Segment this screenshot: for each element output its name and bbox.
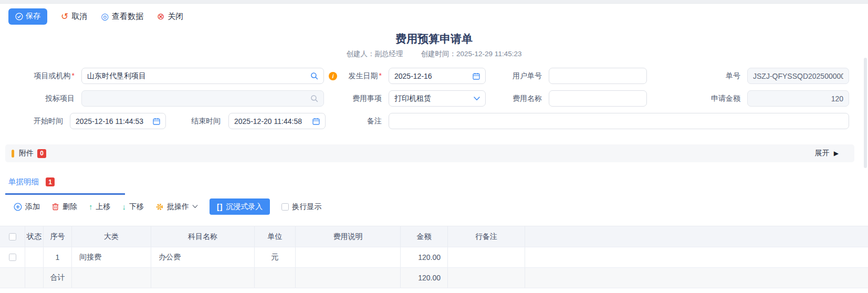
total-amount: 120.00	[401, 268, 448, 288]
remark-label: 备注	[326, 117, 386, 126]
select-all-checkbox[interactable]	[9, 233, 16, 240]
detail-table: 状态 序号 大类 科目名称 单位 费用说明 金额 行备注 1 间接费 办公费 元…	[0, 226, 868, 288]
header-note: 行备注	[448, 226, 525, 247]
cancel-button[interactable]: ↺ 取消	[61, 12, 87, 22]
total-filler	[525, 268, 868, 288]
attachment-count-badge: 0	[37, 149, 46, 158]
trash-icon	[51, 203, 59, 211]
wrap-display-toggle[interactable]: 换行显示	[281, 202, 321, 212]
wrap-display-label: 换行显示	[292, 202, 321, 212]
user-no-input[interactable]	[549, 68, 647, 84]
remark-input[interactable]	[389, 113, 849, 129]
header-filler	[525, 226, 868, 247]
tab-detail[interactable]: 单据明细 1	[8, 177, 55, 187]
start-time-input[interactable]: 2025-12-16 11:44:53	[70, 113, 166, 129]
header-unit: 单位	[255, 226, 296, 247]
occur-date-input[interactable]: 2025-12-16	[389, 68, 486, 84]
batch-ops-label: 批操作	[167, 202, 189, 212]
creator-value: 副总经理	[375, 50, 403, 58]
close-label: 关闭	[168, 12, 183, 22]
row-checkbox[interactable]	[9, 254, 16, 261]
detail-toolbar: 添加 删除 ↑ 上移 ↓ 下移 批操作 [] 沉浸式录入	[14, 198, 868, 215]
attachment-accent-bar	[12, 150, 14, 158]
save-label: 保存	[26, 12, 40, 21]
gear-icon	[155, 203, 164, 211]
tab-detail-badge: 1	[46, 177, 55, 186]
expand-button[interactable]: 展开 ▶	[815, 149, 839, 158]
cell-subject[interactable]: 办公费	[151, 247, 255, 267]
total-category	[72, 268, 151, 288]
delete-label: 删除	[62, 202, 77, 212]
cell-amount[interactable]: 120.00	[401, 247, 448, 267]
save-check-icon	[15, 13, 23, 20]
table-row[interactable]: 1 间接费 办公费 元 120.00	[0, 247, 868, 268]
table-total-row: 合计 120.00	[0, 268, 868, 288]
total-subject	[151, 268, 255, 288]
doc-no-label: 单号	[650, 71, 745, 81]
start-time-label: 开始时间	[0, 117, 67, 126]
calendar-icon	[473, 72, 480, 80]
arrow-down-icon: ↓	[122, 202, 127, 211]
end-time-label: 结束时间	[166, 117, 225, 126]
total-note	[448, 268, 525, 288]
immersive-entry-button[interactable]: [] 沉浸式录入	[210, 198, 270, 215]
close-circle-icon: ⊗	[157, 12, 164, 21]
total-status	[25, 268, 44, 288]
project-input[interactable]: 山东时代垦利项目 i	[81, 68, 324, 84]
active-tab-underline	[5, 193, 125, 195]
attachment-label: 附件	[19, 149, 34, 158]
cell-note[interactable]	[448, 247, 525, 267]
cancel-label: 取消	[71, 12, 87, 22]
expense-name-label: 费用名称	[488, 94, 546, 103]
expense-name-input[interactable]	[549, 90, 647, 107]
calendar-icon	[153, 118, 160, 125]
batch-ops-button[interactable]: 批操作	[155, 202, 198, 212]
chevron-down-icon	[192, 205, 198, 208]
search-icon[interactable]	[310, 72, 318, 80]
bid-project-input[interactable]	[81, 90, 324, 107]
undo-icon: ↺	[61, 12, 68, 21]
delete-row-button[interactable]: 删除	[51, 202, 77, 212]
bid-project-label: 投标项目	[0, 94, 79, 103]
save-button[interactable]: 保存	[8, 8, 47, 25]
cell-filler	[525, 247, 868, 267]
view-data-label: 查看数据	[112, 12, 143, 22]
add-label: 添加	[25, 202, 40, 212]
form-area: 项目或机构* 山东时代垦利项目 i 发生日期* 2025-12-16 用户单号 …	[0, 68, 868, 129]
eye-icon: ◎	[101, 12, 109, 21]
close-button[interactable]: ⊗ 关闭	[157, 12, 183, 22]
apply-amount-field: 120	[747, 90, 849, 107]
expense-budget-form-page: 保存 ↺ 取消 ◎ 查看数据 ⊗ 关闭 费用预算申请单 创建人：副总经理创建时间…	[0, 0, 868, 293]
header-desc: 费用说明	[296, 226, 401, 247]
info-icon[interactable]: i	[329, 72, 337, 80]
arrow-up-icon: ↑	[89, 202, 93, 211]
doc-meta: 创建人：副总经理创建时间：2025-12-29 11:45:23	[0, 49, 868, 59]
scrollbar[interactable]	[864, 58, 867, 168]
expand-arrow-icon: ▶	[834, 150, 839, 157]
wrap-display-checkbox[interactable]	[281, 203, 289, 211]
calendar-icon	[312, 118, 320, 125]
form-row-1: 项目或机构* 山东时代垦利项目 i 发生日期* 2025-12-16 用户单号 …	[0, 68, 868, 84]
main-toolbar: 保存 ↺ 取消 ◎ 查看数据 ⊗ 关闭	[8, 8, 868, 25]
total-checkbox-cell	[0, 268, 25, 288]
row-checkbox-cell	[0, 247, 25, 267]
chevron-down-icon	[474, 97, 480, 101]
move-down-label: 下移	[129, 202, 144, 212]
plus-circle-icon	[14, 203, 22, 211]
move-up-button[interactable]: ↑ 上移	[89, 202, 111, 212]
end-time-input[interactable]: 2025-12-20 11:44:58	[228, 113, 326, 129]
user-no-label: 用户单号	[488, 71, 546, 81]
add-row-button[interactable]: 添加	[14, 202, 40, 212]
search-icon	[310, 95, 318, 102]
move-down-button[interactable]: ↓ 下移	[122, 202, 144, 212]
table-header-row: 状态 序号 大类 科目名称 单位 费用说明 金额 行备注	[0, 226, 868, 247]
cell-category[interactable]: 间接费	[72, 247, 151, 267]
cell-desc[interactable]	[296, 247, 401, 267]
detail-tabs: 单据明细 1	[0, 171, 868, 195]
expense-item-select[interactable]: 打印机租赁	[389, 90, 486, 107]
view-data-button[interactable]: ◎ 查看数据	[101, 12, 143, 22]
cell-unit[interactable]: 元	[255, 247, 296, 267]
creator-label: 创建人：	[347, 50, 375, 58]
required-mark: *	[72, 71, 75, 80]
header-amount: 金额	[401, 226, 448, 247]
